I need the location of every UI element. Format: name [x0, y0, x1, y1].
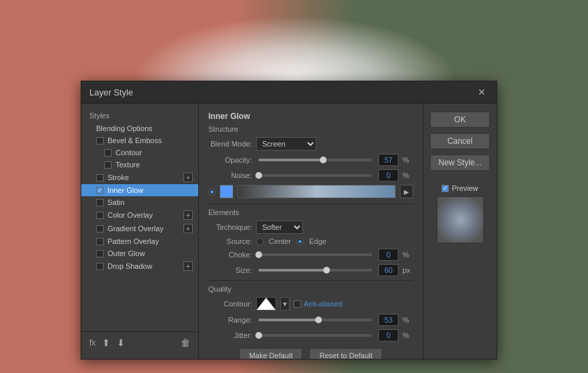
sidebar-item-color-overlay[interactable]: Color Overlay + — [81, 208, 198, 222]
inner-glow-label: Inner Glow — [108, 186, 143, 194]
left-panel: Styles Blending Options Bevel & Emboss C… — [81, 103, 199, 359]
satin-checkbox[interactable] — [96, 199, 103, 206]
sidebar-item-outer-glow[interactable]: Outer Glow — [81, 247, 198, 259]
bevel-emboss-checkbox[interactable] — [96, 137, 103, 144]
sidebar-item-stroke[interactable]: Stroke + — [81, 171, 198, 184]
jitter-thumb[interactable] — [255, 332, 262, 339]
noise-unit: % — [403, 171, 413, 179]
noise-value[interactable]: 0 — [378, 169, 398, 181]
contour-checkbox[interactable] — [104, 149, 112, 157]
technique-select[interactable]: Softer Precise — [256, 220, 303, 234]
middle-panel: Inner Glow Structure Blend Mode: Screen … — [199, 103, 423, 359]
opacity-value[interactable]: 57 — [378, 154, 398, 166]
bevel-emboss-label: Bevel & Emboss — [108, 136, 162, 144]
outer-glow-checkbox[interactable] — [96, 250, 103, 257]
size-value[interactable]: 60 — [378, 264, 398, 276]
gradient-overlay-add-button[interactable]: + — [183, 224, 193, 233]
drop-shadow-checkbox[interactable] — [96, 263, 103, 270]
blending-options-label: Blending Options — [96, 124, 153, 132]
pattern-overlay-checkbox[interactable] — [96, 238, 103, 245]
sidebar-item-gradient-overlay[interactable]: Gradient Overlay + — [81, 222, 198, 235]
opacity-slider[interactable] — [259, 159, 372, 161]
dialog-titlebar: Layer Style ✕ — [81, 81, 497, 103]
preview-label: Preview — [452, 184, 478, 192]
stroke-checkbox[interactable] — [96, 174, 103, 181]
drop-shadow-add-button[interactable]: + — [183, 261, 193, 271]
source-center-radio[interactable] — [256, 238, 263, 245]
stroke-add-button[interactable]: + — [183, 173, 193, 182]
make-default-button[interactable]: Make Default — [239, 348, 303, 359]
noise-thumb[interactable] — [255, 172, 262, 179]
range-slider[interactable] — [259, 319, 372, 321]
close-button[interactable]: ✕ — [475, 87, 489, 97]
gradient-bar[interactable] — [237, 185, 396, 198]
new-style-button[interactable]: New Style... — [430, 155, 490, 171]
stroke-label: Stroke — [108, 173, 129, 181]
range-unit: % — [403, 316, 413, 324]
range-thumb[interactable] — [315, 317, 322, 323]
structure-subtitle: Structure — [208, 125, 413, 133]
preview-checkbox[interactable]: ✓ — [442, 185, 449, 192]
technique-row: Technique: Softer Precise — [208, 220, 413, 234]
fx-icon[interactable]: fx — [89, 338, 95, 347]
opacity-thumb[interactable] — [320, 157, 327, 163]
sidebar-item-pattern-overlay[interactable]: Pattern Overlay — [81, 235, 198, 247]
color-radio[interactable] — [208, 188, 216, 196]
noise-slider[interactable] — [259, 174, 372, 177]
size-unit: px — [403, 266, 413, 274]
sidebar-item-drop-shadow[interactable]: Drop Shadow + — [81, 259, 198, 273]
inner-glow-checkbox[interactable]: ✓ — [96, 187, 103, 194]
outer-glow-label: Outer Glow — [108, 249, 145, 257]
jitter-slider[interactable] — [259, 334, 372, 337]
right-panel: OK Cancel New Style... ✓ Preview — [423, 103, 497, 359]
contour-options-button[interactable]: ▼ — [280, 297, 290, 310]
choke-value[interactable]: 0 — [378, 249, 398, 261]
anti-alias-label: Anti-aliased — [304, 300, 342, 308]
gradient-options-button[interactable]: ▶ — [400, 185, 413, 198]
pattern-overlay-label: Pattern Overlay — [108, 237, 159, 245]
source-radio-group: Center Edge — [256, 237, 327, 245]
sidebar-item-satin[interactable]: Satin — [81, 196, 198, 208]
texture-label: Texture — [116, 161, 140, 169]
ok-button[interactable]: OK — [430, 112, 490, 128]
sidebar-item-contour[interactable]: Contour — [81, 147, 198, 159]
elements-subtitle: Elements — [208, 208, 413, 216]
dialog-title: Layer Style — [89, 87, 133, 97]
range-label: Range: — [208, 316, 252, 324]
size-thumb[interactable] — [323, 267, 330, 274]
color-swatch-row: ▶ — [208, 185, 413, 198]
sidebar-item-bevel-emboss[interactable]: Bevel & Emboss — [81, 134, 198, 147]
color-overlay-checkbox[interactable] — [96, 212, 103, 219]
gradient-overlay-checkbox[interactable] — [96, 225, 103, 233]
anti-alias-row: Anti-aliased — [294, 300, 342, 308]
cancel-button[interactable]: Cancel — [430, 133, 490, 149]
choke-slider[interactable] — [259, 253, 372, 256]
noise-label: Noise: — [208, 171, 252, 179]
source-edge-radio[interactable] — [296, 238, 304, 245]
color-overlay-add-button[interactable]: + — [183, 210, 193, 220]
choke-thumb[interactable] — [255, 251, 262, 258]
move-down-icon[interactable]: ⬇ — [117, 337, 125, 348]
move-up-icon[interactable]: ⬆ — [102, 337, 110, 348]
preview-checkbox-row: ✓ Preview — [442, 184, 478, 192]
reset-to-default-button[interactable]: Reset to Default — [309, 348, 382, 359]
jitter-unit: % — [403, 331, 413, 339]
anti-alias-checkbox[interactable] — [294, 300, 301, 308]
sidebar-item-inner-glow[interactable]: ✓ Inner Glow — [81, 184, 198, 196]
contour-preview[interactable] — [256, 297, 276, 310]
delete-icon[interactable]: 🗑 — [181, 337, 190, 348]
texture-checkbox[interactable] — [104, 161, 112, 169]
size-slider[interactable] — [259, 269, 372, 272]
range-value[interactable]: 53 — [378, 314, 398, 326]
color-swatch[interactable] — [220, 185, 233, 198]
sidebar-item-blending-options[interactable]: Blending Options — [81, 122, 198, 134]
divider-1 — [208, 204, 413, 204]
quality-subtitle: Quality — [208, 285, 413, 293]
range-row: Range: 53 % — [208, 314, 413, 326]
sidebar-item-texture[interactable]: Texture — [81, 159, 198, 171]
jitter-value[interactable]: 0 — [378, 329, 398, 341]
opacity-label: Opacity: — [208, 156, 252, 164]
blend-mode-select[interactable]: Screen Normal Multiply — [256, 137, 317, 151]
svg-marker-0 — [257, 298, 276, 310]
opacity-unit: % — [403, 156, 413, 164]
